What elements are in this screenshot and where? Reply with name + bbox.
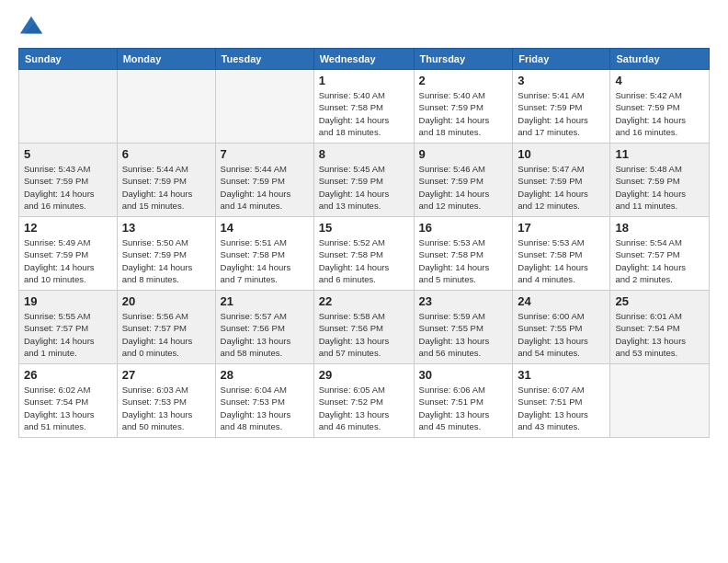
- cell-info-text: Sunrise: 5:42 AM Sunset: 7:59 PM Dayligh…: [615, 89, 704, 138]
- cell-day-number: 29: [319, 368, 409, 382]
- cell-info-text: Sunrise: 5:40 AM Sunset: 7:58 PM Dayligh…: [319, 89, 409, 138]
- calendar-week-2: 5Sunrise: 5:43 AM Sunset: 7:59 PM Daylig…: [19, 144, 710, 217]
- cell-info-text: Sunrise: 6:00 AM Sunset: 7:55 PM Dayligh…: [518, 310, 605, 359]
- calendar-cell: 3Sunrise: 5:41 AM Sunset: 7:59 PM Daylig…: [513, 70, 610, 144]
- calendar-week-1: 1Sunrise: 5:40 AM Sunset: 7:58 PM Daylig…: [19, 70, 710, 144]
- cell-info-text: Sunrise: 6:05 AM Sunset: 7:52 PM Dayligh…: [319, 384, 409, 432]
- cell-info-text: Sunrise: 6:07 AM Sunset: 7:51 PM Dayligh…: [518, 384, 605, 432]
- calendar-cell: 2Sunrise: 5:40 AM Sunset: 7:59 PM Daylig…: [414, 70, 513, 144]
- calendar-cell: 23Sunrise: 5:59 AM Sunset: 7:55 PM Dayli…: [414, 291, 513, 364]
- calendar-cell: [19, 70, 118, 144]
- cell-day-number: 23: [419, 294, 508, 308]
- cell-day-number: 9: [419, 147, 508, 161]
- logo: [18, 15, 48, 40]
- cell-day-number: 10: [518, 147, 605, 161]
- calendar-cell: 30Sunrise: 6:06 AM Sunset: 7:51 PM Dayli…: [414, 364, 513, 438]
- calendar-cell: [117, 70, 215, 144]
- cell-info-text: Sunrise: 5:40 AM Sunset: 7:59 PM Dayligh…: [419, 89, 508, 138]
- calendar-cell: 11Sunrise: 5:48 AM Sunset: 7:59 PM Dayli…: [610, 144, 710, 217]
- cell-day-number: 27: [122, 368, 210, 382]
- cell-info-text: Sunrise: 5:41 AM Sunset: 7:59 PM Dayligh…: [518, 89, 605, 138]
- calendar-cell: 5Sunrise: 5:43 AM Sunset: 7:59 PM Daylig…: [19, 144, 118, 217]
- calendar-cell: 6Sunrise: 5:44 AM Sunset: 7:59 PM Daylig…: [117, 144, 215, 217]
- day-header-saturday: Saturday: [610, 49, 710, 70]
- cell-day-number: 13: [122, 221, 210, 235]
- cell-info-text: Sunrise: 6:03 AM Sunset: 7:53 PM Dayligh…: [122, 384, 210, 432]
- calendar-cell: 24Sunrise: 6:00 AM Sunset: 7:55 PM Dayli…: [513, 291, 610, 364]
- calendar-cell: 20Sunrise: 5:56 AM Sunset: 7:57 PM Dayli…: [117, 291, 215, 364]
- cell-day-number: 16: [419, 221, 508, 235]
- cell-day-number: 7: [221, 147, 309, 161]
- calendar-cell: 1Sunrise: 5:40 AM Sunset: 7:58 PM Daylig…: [313, 70, 414, 144]
- cell-info-text: Sunrise: 5:54 AM Sunset: 7:57 PM Dayligh…: [615, 236, 704, 285]
- cell-day-number: 31: [518, 368, 605, 382]
- cell-info-text: Sunrise: 5:55 AM Sunset: 7:57 PM Dayligh…: [24, 310, 112, 359]
- calendar-cell: 7Sunrise: 5:44 AM Sunset: 7:59 PM Daylig…: [215, 144, 313, 217]
- cell-day-number: 19: [24, 294, 112, 308]
- cell-day-number: 12: [24, 221, 112, 235]
- logo-icon: [18, 15, 44, 40]
- calendar-cell: 8Sunrise: 5:45 AM Sunset: 7:59 PM Daylig…: [313, 144, 414, 217]
- calendar-cell: [215, 70, 313, 144]
- cell-day-number: 24: [518, 294, 605, 308]
- cell-day-number: 21: [221, 294, 309, 308]
- cell-day-number: 3: [518, 74, 605, 87]
- calendar-cell: 14Sunrise: 5:51 AM Sunset: 7:58 PM Dayli…: [215, 217, 313, 291]
- day-header-sunday: Sunday: [19, 49, 118, 70]
- cell-info-text: Sunrise: 5:50 AM Sunset: 7:59 PM Dayligh…: [122, 236, 210, 285]
- calendar-cell: 28Sunrise: 6:04 AM Sunset: 7:53 PM Dayli…: [215, 364, 313, 438]
- cell-day-number: 30: [419, 368, 508, 382]
- calendar-cell: 21Sunrise: 5:57 AM Sunset: 7:56 PM Dayli…: [215, 291, 313, 364]
- cell-info-text: Sunrise: 5:45 AM Sunset: 7:59 PM Dayligh…: [319, 163, 409, 212]
- calendar-cell: 16Sunrise: 5:53 AM Sunset: 7:58 PM Dayli…: [414, 217, 513, 291]
- cell-info-text: Sunrise: 5:46 AM Sunset: 7:59 PM Dayligh…: [419, 163, 508, 212]
- cell-day-number: 20: [122, 294, 210, 308]
- calendar-cell: 19Sunrise: 5:55 AM Sunset: 7:57 PM Dayli…: [19, 291, 118, 364]
- cell-info-text: Sunrise: 5:56 AM Sunset: 7:57 PM Dayligh…: [122, 310, 210, 359]
- cell-info-text: Sunrise: 5:53 AM Sunset: 7:58 PM Dayligh…: [518, 236, 605, 285]
- cell-day-number: 8: [319, 147, 409, 161]
- cell-info-text: Sunrise: 5:44 AM Sunset: 7:59 PM Dayligh…: [122, 163, 210, 212]
- cell-info-text: Sunrise: 5:53 AM Sunset: 7:58 PM Dayligh…: [419, 236, 508, 285]
- cell-info-text: Sunrise: 6:06 AM Sunset: 7:51 PM Dayligh…: [419, 384, 508, 432]
- calendar-cell: 25Sunrise: 6:01 AM Sunset: 7:54 PM Dayli…: [610, 291, 710, 364]
- page-header: [18, 15, 710, 40]
- calendar-cell: 31Sunrise: 6:07 AM Sunset: 7:51 PM Dayli…: [513, 364, 610, 438]
- cell-day-number: 11: [615, 147, 704, 161]
- calendar-week-4: 19Sunrise: 5:55 AM Sunset: 7:57 PM Dayli…: [19, 291, 710, 364]
- cell-info-text: Sunrise: 5:49 AM Sunset: 7:59 PM Dayligh…: [24, 236, 112, 285]
- calendar-cell: [610, 364, 710, 438]
- day-header-friday: Friday: [513, 49, 610, 70]
- calendar-cell: 4Sunrise: 5:42 AM Sunset: 7:59 PM Daylig…: [610, 70, 710, 144]
- cell-info-text: Sunrise: 5:43 AM Sunset: 7:59 PM Dayligh…: [24, 163, 112, 212]
- cell-day-number: 14: [221, 221, 309, 235]
- cell-info-text: Sunrise: 5:47 AM Sunset: 7:59 PM Dayligh…: [518, 163, 605, 212]
- cell-info-text: Sunrise: 6:04 AM Sunset: 7:53 PM Dayligh…: [221, 384, 309, 432]
- cell-day-number: 26: [24, 368, 112, 382]
- calendar-week-5: 26Sunrise: 6:02 AM Sunset: 7:54 PM Dayli…: [19, 364, 710, 438]
- cell-info-text: Sunrise: 5:48 AM Sunset: 7:59 PM Dayligh…: [615, 163, 704, 212]
- cell-info-text: Sunrise: 5:59 AM Sunset: 7:55 PM Dayligh…: [419, 310, 508, 359]
- calendar-cell: 29Sunrise: 6:05 AM Sunset: 7:52 PM Dayli…: [313, 364, 414, 438]
- cell-info-text: Sunrise: 6:02 AM Sunset: 7:54 PM Dayligh…: [24, 384, 112, 432]
- cell-info-text: Sunrise: 5:44 AM Sunset: 7:59 PM Dayligh…: [221, 163, 309, 212]
- cell-info-text: Sunrise: 5:57 AM Sunset: 7:56 PM Dayligh…: [221, 310, 309, 359]
- cell-day-number: 25: [615, 294, 704, 308]
- calendar-cell: 26Sunrise: 6:02 AM Sunset: 7:54 PM Dayli…: [19, 364, 118, 438]
- cell-info-text: Sunrise: 5:58 AM Sunset: 7:56 PM Dayligh…: [319, 310, 409, 359]
- cell-info-text: Sunrise: 5:51 AM Sunset: 7:58 PM Dayligh…: [221, 236, 309, 285]
- day-header-thursday: Thursday: [414, 49, 513, 70]
- cell-day-number: 2: [419, 74, 508, 87]
- cell-day-number: 1: [319, 74, 409, 87]
- calendar-cell: 12Sunrise: 5:49 AM Sunset: 7:59 PM Dayli…: [19, 217, 118, 291]
- cell-day-number: 28: [221, 368, 309, 382]
- calendar-cell: 10Sunrise: 5:47 AM Sunset: 7:59 PM Dayli…: [513, 144, 610, 217]
- calendar-cell: 13Sunrise: 5:50 AM Sunset: 7:59 PM Dayli…: [117, 217, 215, 291]
- cell-day-number: 15: [319, 221, 409, 235]
- cell-day-number: 4: [615, 74, 704, 87]
- cell-day-number: 18: [615, 221, 704, 235]
- cell-day-number: 17: [518, 221, 605, 235]
- calendar-body: 1Sunrise: 5:40 AM Sunset: 7:58 PM Daylig…: [19, 70, 710, 438]
- calendar-cell: 15Sunrise: 5:52 AM Sunset: 7:58 PM Dayli…: [313, 217, 414, 291]
- calendar-cell: 18Sunrise: 5:54 AM Sunset: 7:57 PM Dayli…: [610, 217, 710, 291]
